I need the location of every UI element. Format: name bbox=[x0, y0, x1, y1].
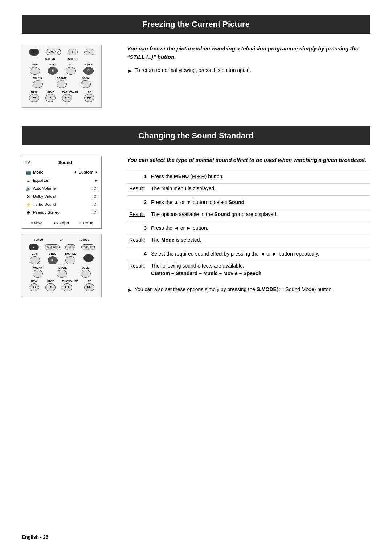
remote2-wlink-label: W.LINK bbox=[33, 266, 43, 270]
osd-item-equalizer: ≡ Equalizer ► bbox=[25, 177, 98, 185]
remote-label-swap: SWAP bbox=[83, 63, 94, 67]
remote-col-stop: STOP ■ bbox=[45, 90, 56, 102]
step-1-content: Press the MENU (⊞⊞⊞) button. bbox=[149, 170, 370, 184]
remote2-dnie-btn bbox=[30, 256, 40, 264]
section1-bullet-text: To return to normal viewing, press this … bbox=[135, 66, 251, 74]
section2-left: TV Sound 📺 Mode ◄ Custom ► ≡ Equalizer ► bbox=[22, 156, 116, 297]
remote2-col-zoom: ZOOM bbox=[81, 266, 91, 278]
step-4-num: 4 bbox=[127, 247, 149, 261]
remote2-col-dark bbox=[83, 254, 94, 262]
remote2-col-still: STILL ▣ bbox=[48, 252, 58, 264]
remote-btn-smenu-label: S.MENU bbox=[46, 49, 61, 55]
remote-btn-ch-up: ⊕ bbox=[68, 49, 78, 55]
remote-col-still: STILL ▣ bbox=[48, 63, 58, 75]
osd-dolby-value: : Off bbox=[91, 194, 98, 199]
remote-label-sc: SC bbox=[66, 63, 76, 67]
remote2-vp-label: ∨P bbox=[60, 238, 63, 242]
step-2-row: 2 Press the ▲ or ▼ button to select Soun… bbox=[127, 196, 370, 209]
page-number: English - 26 bbox=[22, 534, 48, 540]
remote2-col-wlink: W.LINK bbox=[33, 266, 43, 278]
remote2-row-top: TURBO ∨P P.MODE bbox=[26, 238, 98, 242]
remote2-row-3: W.LINK ROTATE ZOOM bbox=[26, 266, 98, 278]
remote2-source-label: SOURCE bbox=[65, 252, 76, 256]
osd-footer-adjust: ◄► Adjust bbox=[53, 221, 69, 226]
osd-equalizer-icon: ≡ bbox=[25, 177, 32, 184]
remote-row-2: DNIe STILL ▣ SC SWAP ⊟ bbox=[26, 63, 98, 75]
osd-header: TV Sound bbox=[25, 159, 98, 166]
step-4-result-text: The following sound effects are availabl… bbox=[149, 261, 370, 281]
remote-col-swap: SWAP ⊟ bbox=[83, 63, 94, 75]
arrow-icon-2: ➤ bbox=[127, 286, 132, 295]
osd-pseudo-value: : Off bbox=[91, 210, 98, 215]
section-freeze: Freezing the Current Picture ● S.MENU ⊕ … bbox=[22, 15, 370, 108]
step-2-result-label: Result: bbox=[127, 209, 149, 221]
remote2-btn-smod: S.MOD bbox=[81, 244, 95, 250]
osd-mode-right-arrow: ► bbox=[95, 170, 98, 175]
osd-dolby-icon: ✖ bbox=[25, 193, 32, 200]
osd-equalizer-label: Equalizer bbox=[32, 177, 95, 184]
remote-btn-playpause: ▶⏸ bbox=[62, 94, 72, 102]
remote2-still-btn: ▣ bbox=[48, 256, 58, 264]
step-1-num: 1 bbox=[127, 170, 149, 184]
remote2-zoom-label: ZOOM bbox=[81, 266, 91, 270]
remote-label-ff: FF bbox=[84, 90, 94, 94]
osd-equalizer-value: ► bbox=[95, 178, 98, 183]
remote2-pmode-label: P.MODE bbox=[79, 238, 89, 242]
remote-row-3: W.LINK ROTATE ZOOM bbox=[26, 77, 98, 89]
osd-footer-move: ❖ Move bbox=[30, 221, 42, 226]
section2-intro: You can select the type of special sound… bbox=[127, 156, 370, 164]
remote-col-zoom: ZOOM bbox=[81, 77, 91, 89]
remote2-wlink-btn bbox=[33, 270, 43, 278]
step-1-row: 1 Press the MENU (⊞⊞⊞) button. bbox=[127, 170, 370, 184]
remote-label-dnie: DNIe bbox=[30, 63, 40, 67]
section1-right: You can freeze the picture when watching… bbox=[127, 45, 370, 80]
remote-label-smenu2: S.MENU bbox=[45, 57, 55, 61]
remote2-col-source: SOURCE bbox=[65, 252, 76, 264]
step-4-result-label: Result: bbox=[127, 261, 149, 281]
remote-btn-swap: ⊟ bbox=[83, 67, 94, 75]
remote-btn-sc bbox=[66, 67, 76, 75]
remote2-dark-btn bbox=[83, 254, 94, 262]
section1-intro: You can freeze the picture when watching… bbox=[127, 45, 370, 61]
remote2-row-4: REW ◀◀ STOP ■ PLAY/PAUSE ▶⏸ FF ▶▶ bbox=[26, 279, 98, 291]
remote2-stop-label: STOP bbox=[45, 279, 56, 283]
remote2-zoom-btn bbox=[81, 270, 91, 278]
step-4-content: Select the required sound effect by pres… bbox=[149, 247, 370, 261]
section2-body: TV Sound 📺 Mode ◄ Custom ► ≡ Equalizer ► bbox=[22, 156, 370, 297]
section1-bullet: ➤ To return to normal viewing, press thi… bbox=[127, 66, 370, 76]
remote2-rew-label: REW bbox=[29, 279, 39, 283]
osd-mode-value: Custom bbox=[78, 169, 93, 175]
remote-btn-zoom bbox=[81, 80, 91, 88]
step-3-row: 3 Press the ◄ or ► button. bbox=[127, 221, 370, 235]
osd-mode-icon: 📺 bbox=[25, 169, 32, 176]
remote-label-wlink: W.LINK bbox=[33, 77, 43, 81]
remote-col-dnie: DNIe bbox=[30, 63, 40, 75]
osd-sound-label: Sound bbox=[32, 159, 98, 166]
remote2-col-ff: FF ▶▶ bbox=[84, 279, 94, 291]
osd-autovolume-label: Auto Volume bbox=[32, 185, 91, 192]
remote-label-still: STILL bbox=[48, 63, 58, 67]
osd-pseudo-label: Pseudo Stereo bbox=[32, 209, 91, 216]
osd-item-pseudo: ⚙ Pseudo Stereo : Off bbox=[25, 209, 98, 217]
osd-autovolume-value: : Off bbox=[91, 186, 98, 191]
remote2-rotate-btn bbox=[57, 270, 67, 278]
remote-btn-rotate bbox=[57, 80, 67, 88]
remote-label-playpause: PLAY/PAUSE bbox=[62, 90, 78, 94]
step-1-result-row: Result: The main menu is displayed. bbox=[127, 184, 370, 196]
remote-col-playpause: PLAY/PAUSE ▶⏸ bbox=[62, 90, 78, 102]
step-2-content: Press the ▲ or ▼ button to select Sound. bbox=[149, 196, 370, 209]
section-sound: Changing the Sound Standard TV Sound 📺 M… bbox=[22, 126, 370, 297]
remote-col-rotate: ROTATE bbox=[57, 77, 67, 89]
remote2-dnie-label: DNIe bbox=[30, 252, 40, 256]
step-4-row: 4 Select the required sound effect by pr… bbox=[127, 247, 370, 261]
remote-btn-stop: ■ bbox=[45, 94, 56, 102]
osd-mode-row: 📺 Mode ◄ Custom ► bbox=[25, 168, 98, 177]
remote2-row-2: DNIe STILL ▣ SOURCE bbox=[26, 252, 98, 264]
remote2-ff-label: FF bbox=[84, 279, 94, 283]
remote-btn-smenu: ● bbox=[29, 49, 39, 56]
remote2-col-stop: STOP ■ bbox=[45, 279, 56, 291]
remote-row-1: ● S.MENU ⊕ ⊛ bbox=[26, 49, 98, 56]
remote-col-ff: FF ▶▶ bbox=[84, 90, 94, 102]
remote2-ff-btn: ▶▶ bbox=[84, 283, 94, 291]
osd-item-autovolume: 🔊 Auto Volume : Off bbox=[25, 185, 98, 193]
